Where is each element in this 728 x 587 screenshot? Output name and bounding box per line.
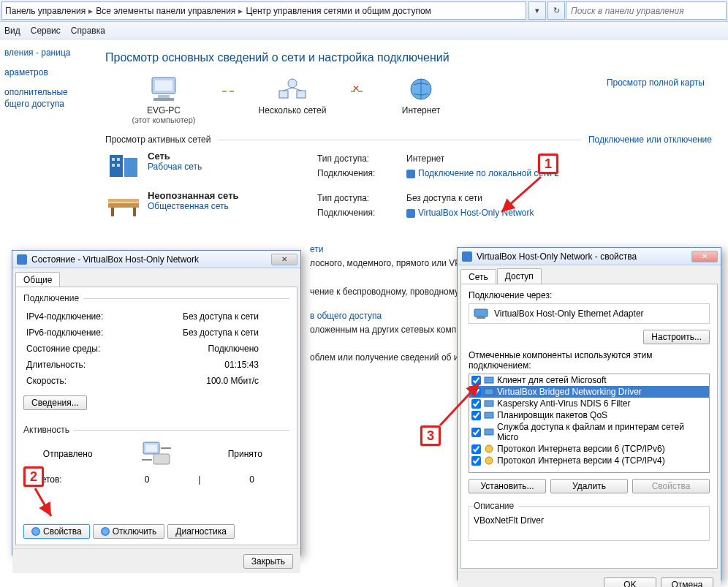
tab-general[interactable]: Общие	[15, 272, 60, 287]
tab-access[interactable]: Доступ	[497, 268, 542, 284]
networks-icon	[275, 75, 310, 104]
packets-recv: 0	[217, 474, 287, 485]
svg-rect-11	[124, 158, 137, 177]
svg-rect-16	[108, 203, 139, 208]
chevron-right-icon: ▸	[88, 6, 93, 16]
components-list[interactable]: Клиент для сетей MicrosoftVirtualBox Bri…	[469, 374, 710, 473]
protocol-icon	[484, 455, 494, 466]
close-icon[interactable]: ✕	[271, 254, 297, 265]
component-label: Клиент для сетей Microsoft	[497, 375, 607, 385]
svg-rect-15	[117, 164, 120, 167]
component-item[interactable]: Служба доступа к файлам и принтерам сете…	[469, 421, 709, 443]
component-label: Протокол Интернета версии 4 (TCP/IPv4)	[497, 455, 665, 466]
description-text: VBoxNetFlt Driver	[474, 515, 705, 536]
component-item[interactable]: Клиент для сетей Microsoft	[469, 374, 709, 386]
map-internet[interactable]: Интернет	[363, 75, 479, 115]
component-item[interactable]: Kaspersky Anti-Virus NDIS 6 Filter	[469, 398, 709, 409]
close-button[interactable]: Закрыть	[243, 554, 293, 569]
view-full-map-link[interactable]: Просмотр полной карты	[607, 77, 705, 88]
svg-rect-3	[153, 98, 174, 101]
connect-link[interactable]: Подключение или отключение	[588, 135, 712, 145]
callout-1: 1	[538, 154, 558, 174]
history-dropdown[interactable]: ▾	[528, 1, 546, 20]
component-item[interactable]: Протокол Интернета версии 6 (TCP/IPv6)	[469, 443, 709, 455]
svg-rect-2	[158, 95, 170, 98]
properties-dialog: VirtualBox Host-Only Network - свойства …	[457, 247, 721, 580]
nic-icon	[406, 209, 415, 218]
details-button[interactable]: Сведения...	[23, 395, 87, 410]
breadcrumb[interactable]: Панель управления ▸ Все элементы панели …	[1, 1, 526, 20]
component-checkbox[interactable]	[471, 444, 481, 454]
callout-2: 2	[23, 466, 44, 487]
network-icon	[105, 151, 142, 181]
close-icon[interactable]: ✕	[691, 251, 718, 262]
network-item-unidentified: Неопознанная сеть Общественная сеть Тип …	[105, 190, 712, 221]
menu-tools[interactable]: Сервис	[31, 26, 61, 36]
network-item-work: Сеть Рабочая сеть Тип доступа:Интернет П…	[105, 151, 712, 181]
activity-icon	[140, 441, 172, 467]
title-text: VirtualBox Host-Only Network - свойства	[477, 251, 637, 262]
active-networks-header: Просмотр активных сетей Подключение или …	[105, 135, 712, 145]
map-pc[interactable]: EVG-PC (этот компьютер)	[105, 75, 222, 124]
component-checkbox[interactable]	[471, 456, 481, 466]
configure-button[interactable]: Настроить...	[643, 330, 710, 344]
breadcrumb-item[interactable]: Панель управления	[5, 6, 86, 16]
globe-icon	[403, 75, 439, 104]
titlebar[interactable]: Состояние - VirtualBox Host-Only Network…	[12, 251, 300, 268]
description-group: Описание VBoxNetFlt Driver	[469, 501, 710, 541]
component-item[interactable]: Планировщик пакетов QoS	[469, 409, 709, 421]
svg-rect-22	[153, 454, 170, 464]
connect-via-label: Подключение через:	[469, 290, 710, 300]
titlebar[interactable]: VirtualBox Host-Only Network - свойства …	[458, 248, 721, 265]
components-label: Отмеченные компоненты используются этим …	[469, 350, 710, 371]
item-properties-button[interactable]: Свойства	[632, 479, 710, 493]
menu-help[interactable]: Справка	[71, 26, 105, 36]
svg-line-35	[35, 488, 51, 516]
diagnostics-button[interactable]: Диагностика	[167, 524, 235, 539]
component-label: Служба доступа к файлам и принтерам сете…	[497, 422, 707, 442]
svg-rect-31	[485, 429, 493, 435]
ok-button[interactable]: OK	[604, 577, 656, 588]
arrow-icon	[439, 379, 487, 430]
map-multi-networks[interactable]: Несколько сетей	[234, 75, 351, 115]
svg-rect-6	[297, 91, 306, 98]
svg-line-36	[440, 383, 479, 425]
arrow-icon	[497, 174, 548, 218]
group-connection: Подключение IPv4-подключение:Без доступа…	[23, 293, 289, 416]
cancel-button[interactable]: Отмена	[661, 577, 713, 588]
breadcrumb-item[interactable]: Центр управления сетями и общим доступом	[246, 6, 431, 16]
menu-view[interactable]: Вид	[4, 26, 20, 36]
title-text: Состояние - VirtualBox Host-Only Network	[31, 254, 199, 265]
address-bar: Панель управления ▸ Все элементы панели …	[0, 0, 728, 22]
sidebar-link-home[interactable]: вления - раница	[4, 47, 91, 59]
arrow-icon	[31, 487, 60, 522]
group-activity: Активность Отправлено Принято	[23, 425, 289, 493]
component-label: VirtualBox Bridged Networking Driver	[497, 387, 642, 397]
sidebar-link-advanced[interactable]: ополнительные бщего доступа	[4, 86, 91, 111]
component-label: Планировщик пакетов QoS	[497, 410, 607, 420]
remove-button[interactable]: Удалить	[550, 479, 628, 493]
svg-line-7	[284, 88, 292, 91]
disable-button[interactable]: Отключить	[93, 524, 165, 539]
page-title: Просмотр основных сведений о сети и наст…	[105, 51, 712, 64]
nic-icon	[17, 254, 27, 265]
properties-button[interactable]: Свойства	[23, 524, 90, 539]
nic-icon	[406, 170, 415, 178]
network-type-link[interactable]: Рабочая сеть	[148, 162, 316, 172]
component-item[interactable]: Протокол Интернета версии 4 (TCP/IPv4)	[469, 455, 709, 466]
breadcrumb-item[interactable]: Все элементы панели управления	[96, 6, 235, 16]
svg-rect-12	[112, 158, 115, 161]
sidebar-link-params[interactable]: араметров	[4, 67, 91, 79]
tab-network[interactable]: Сеть	[460, 269, 496, 284]
component-label: Kaspersky Anti-Virus NDIS 6 Filter	[497, 398, 631, 409]
refresh-button[interactable]: ↻	[547, 1, 565, 20]
svg-line-8	[292, 88, 301, 91]
svg-rect-5	[279, 91, 288, 98]
svg-point-33	[485, 457, 493, 464]
network-type-link[interactable]: Общественная сеть	[148, 201, 316, 211]
install-button[interactable]: Установить...	[469, 479, 546, 493]
search-input[interactable]: Поиск в панели управления	[566, 1, 727, 20]
component-item[interactable]: VirtualBox Bridged Networking Driver	[469, 386, 709, 398]
svg-rect-14	[112, 164, 115, 167]
svg-rect-21	[145, 444, 157, 452]
